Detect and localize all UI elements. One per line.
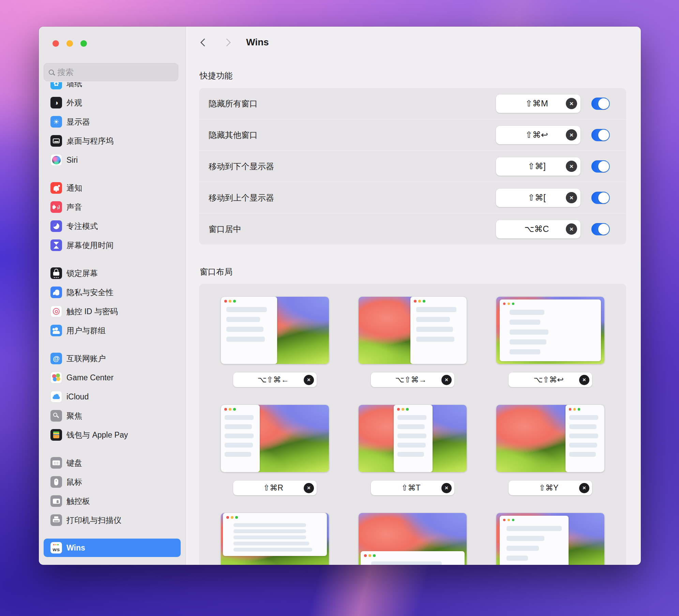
- layout-thumbnail-top-half[interactable]: [221, 513, 329, 565]
- sidebar-item-wins[interactable]: wsWins: [44, 539, 181, 557]
- back-button[interactable]: [200, 38, 208, 46]
- mini-text-line: [569, 434, 598, 438]
- shortcut-field[interactable]: ⇧⌘M×: [496, 94, 580, 113]
- layout-thumbnail-center-third[interactable]: [359, 405, 467, 472]
- remove-layout-shortcut-button[interactable]: ×: [579, 375, 589, 385]
- layout-shortcut-keys: ⌥⇧⌘↩: [509, 375, 579, 384]
- shortcut-keys: ⇧⌘[: [496, 193, 566, 203]
- shortcut-keys: ⌥⌘C: [496, 224, 566, 234]
- sidebar-item-touch-id[interactable]: 触控 ID 与密码: [44, 302, 181, 321]
- sidebar-item-label: 钱包与 Apple Pay: [66, 430, 128, 440]
- shortcut-toggle[interactable]: [591, 129, 610, 141]
- mini-text-line: [397, 434, 426, 438]
- mini-window: [565, 405, 604, 472]
- remove-layout-shortcut-button[interactable]: ×: [304, 375, 314, 385]
- sidebar-item-label: 通知: [66, 183, 82, 193]
- sidebar-item-label: Game Center: [66, 373, 114, 382]
- shortcut-keys: ⇧⌘M: [496, 99, 566, 108]
- close-button[interactable]: [52, 40, 59, 47]
- layout-shortcut-field[interactable]: ⇧⌘R×: [233, 481, 317, 495]
- layout-thumbnail-left-half[interactable]: [221, 297, 329, 364]
- remove-shortcut-button[interactable]: ×: [566, 129, 577, 141]
- shortcut-field[interactable]: ⇧⌘]×: [496, 157, 580, 176]
- traffic-lights: [52, 40, 87, 47]
- layout-shortcut-field[interactable]: ⇧⌘T×: [371, 481, 454, 495]
- mini-text-line: [507, 536, 545, 541]
- sidebar-item-appearance[interactable]: ◑外观: [44, 93, 181, 112]
- layout-thumbnail-left-third[interactable]: [221, 405, 329, 472]
- mini-window: [221, 297, 277, 364]
- layout-shortcut-field[interactable]: ⌥⇧⌘→×: [371, 372, 454, 387]
- shortcut-label: 隐藏所有窗口: [209, 98, 496, 109]
- mini-text-line: [510, 310, 544, 315]
- layout-cell-top-half: [221, 513, 329, 565]
- layout-thumbnail-bottom-half[interactable]: [359, 513, 467, 565]
- lock-screen-icon: [50, 267, 62, 279]
- zoom-button[interactable]: [80, 40, 87, 47]
- sidebar-item-users[interactable]: 用户与群组: [44, 321, 181, 340]
- shortcut-field[interactable]: ⇧⌘↩×: [496, 126, 580, 144]
- sidebar-item-siri[interactable]: Siri: [44, 150, 181, 170]
- sidebar-item-keyboard[interactable]: 键盘: [44, 453, 181, 472]
- sidebar-item-focus[interactable]: 专注模式: [44, 217, 181, 236]
- layout-thumbnail-right-third[interactable]: [496, 405, 604, 472]
- sidebar-item-sound[interactable]: 声音: [44, 197, 181, 217]
- shortcut-field[interactable]: ⇧⌘[×: [496, 189, 580, 207]
- remove-layout-shortcut-button[interactable]: ×: [579, 483, 589, 493]
- sidebar-item-label: 键盘: [66, 458, 82, 468]
- keyboard-icon: [50, 457, 62, 469]
- layout-cell-bottom-half: [359, 513, 467, 565]
- layout-thumbnail-right-half[interactable]: [359, 297, 467, 364]
- section-title-layouts: 窗口布局: [200, 266, 232, 277]
- remove-layout-shortcut-button[interactable]: ×: [441, 483, 452, 493]
- sidebar-item-internet[interactable]: @互联网账户: [44, 349, 181, 368]
- shortcut-label: 移动到下个显示器: [209, 161, 496, 172]
- shortcut-toggle[interactable]: [591, 98, 610, 110]
- sidebar-group: wsWins: [44, 539, 181, 557]
- remove-layout-shortcut-button[interactable]: ×: [441, 375, 452, 385]
- sidebar-item-privacy[interactable]: 隐私与安全性: [44, 283, 181, 302]
- shortcut-toggle[interactable]: [591, 160, 610, 173]
- remove-shortcut-button[interactable]: ×: [566, 192, 577, 203]
- sidebar-item-screen-time[interactable]: 屏幕使用时间: [44, 236, 181, 255]
- forward-button[interactable]: [223, 38, 231, 46]
- remove-layout-shortcut-button[interactable]: ×: [304, 483, 314, 493]
- minimize-button[interactable]: [66, 40, 73, 47]
- layout-shortcut-field[interactable]: ⌥⇧⌘←×: [233, 372, 317, 387]
- users-icon: [50, 325, 62, 336]
- sidebar-item-spotlight[interactable]: 聚焦: [44, 406, 181, 425]
- mini-text-line: [507, 556, 528, 561]
- mini-text-line: [371, 561, 442, 565]
- remove-shortcut-button[interactable]: ×: [566, 161, 577, 172]
- sidebar-item-label: 触控板: [66, 496, 90, 507]
- layout-shortcut-field[interactable]: ⌥⇧⌘↩×: [509, 372, 592, 387]
- remove-shortcut-button[interactable]: ×: [566, 223, 577, 235]
- shortcut-field[interactable]: ⌥⌘C×: [496, 220, 580, 238]
- sidebar-item-icloud[interactable]: iCloud: [44, 387, 181, 406]
- content-pane: Wins 快捷功能 隐藏所有窗口⇧⌘M×隐藏其他窗口⇧⌘↩×移动到下个显示器⇧⌘…: [185, 27, 641, 565]
- shortcut-toggle[interactable]: [591, 223, 610, 235]
- search-input[interactable]: 搜索: [44, 63, 178, 81]
- sidebar-item-game-center[interactable]: Game Center: [44, 368, 181, 387]
- remove-shortcut-button[interactable]: ×: [566, 98, 577, 109]
- mini-window: [500, 299, 601, 361]
- sidebar-item-lock-screen[interactable]: 锁定屏幕: [44, 264, 181, 283]
- layout-cell-maximize: ⌥⇧⌘↩×: [496, 297, 604, 387]
- sidebar-item-wallet[interactable]: 钱包与 Apple Pay: [44, 425, 181, 444]
- layout-thumbnail-left-two-thirds[interactable]: [496, 513, 604, 565]
- layout-thumbnail-maximize[interactable]: [496, 297, 604, 364]
- sidebar-item-label: 墙纸: [66, 82, 82, 89]
- sidebar-item-mouse[interactable]: 鼠标: [44, 472, 181, 492]
- sidebar-item-trackpad[interactable]: 触控板: [44, 492, 181, 511]
- layout-shortcut-field[interactable]: ⇧⌘Y×: [509, 481, 592, 495]
- mini-text-line: [416, 327, 453, 332]
- sidebar-item-desktop-dock[interactable]: 桌面与程序坞: [44, 131, 181, 150]
- sidebar-item-wallpaper[interactable]: ✿墙纸: [44, 82, 181, 93]
- sidebar-item-notifications[interactable]: 通知: [44, 178, 181, 197]
- icloud-icon: [50, 391, 62, 402]
- sidebar-item-displays[interactable]: ☀显示器: [44, 112, 181, 131]
- sidebar-item-printer[interactable]: 打印机与扫描仪: [44, 511, 181, 530]
- toggle-knob: [598, 224, 609, 235]
- shortcut-toggle[interactable]: [591, 192, 610, 204]
- page-title: Wins: [246, 37, 269, 48]
